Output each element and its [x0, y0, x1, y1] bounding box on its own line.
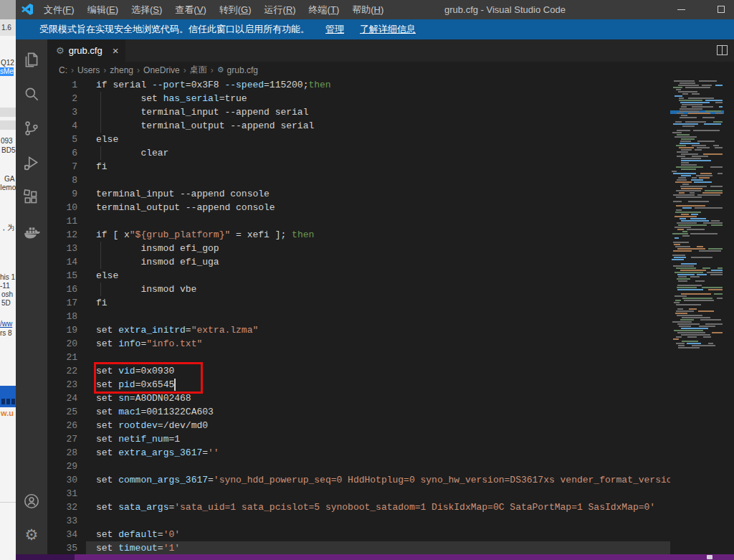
- minimap-code-bar: [676, 190, 701, 191]
- breadcrumb-item[interactable]: zheng: [110, 65, 133, 75]
- code-line[interactable]: 8: [47, 174, 670, 187]
- accounts-icon[interactable]: [16, 485, 47, 517]
- code-line[interactable]: 28set extra_args_3617='': [47, 446, 670, 460]
- menu-item[interactable]: 文件(F): [37, 0, 81, 19]
- code-line[interactable]: 5else: [47, 133, 670, 146]
- code-line[interactable]: 34set default='0': [47, 528, 670, 541]
- learn-more-link[interactable]: 了解详细信息: [360, 23, 416, 36]
- menu-item[interactable]: 终端(T): [302, 0, 346, 19]
- notifications-bell-icon[interactable]: [707, 555, 712, 559]
- minimap-code-bar: [682, 317, 710, 318]
- breadcrumb-item[interactable]: Users: [77, 65, 100, 75]
- minimap-code-bar: [677, 222, 697, 224]
- settings-gear-icon[interactable]: ⚙: [16, 518, 47, 550]
- code-editor[interactable]: 1if serial --port=0x3F8 --speed=115200;t…: [47, 78, 734, 554]
- line-number: 1: [47, 78, 77, 92]
- breadcrumb-item[interactable]: OneDrive: [143, 65, 180, 75]
- menu-item[interactable]: 编辑(E): [81, 0, 125, 19]
- code-line[interactable]: 26set rootdev=/dev/md0: [47, 419, 670, 432]
- code-line[interactable]: 12if [ x"${grub_platform}" = xefi ]; the…: [47, 228, 670, 242]
- code-line[interactable]: 16 insmod vbe: [47, 283, 670, 296]
- explorer-icon[interactable]: [16, 44, 47, 75]
- desktop-text-fragment: osh: [1, 290, 13, 299]
- search-icon[interactable]: [16, 78, 47, 110]
- minimap-code-bar: [690, 276, 700, 277]
- docker-icon[interactable]: [16, 217, 47, 249]
- run-and-debug-icon[interactable]: [16, 147, 47, 179]
- code-line[interactable]: 14 insmod efi_uga: [47, 255, 670, 269]
- minimap[interactable]: [670, 78, 724, 554]
- minimap-code-bar: [692, 106, 713, 108]
- tab-grub-cfg[interactable]: ⚙ grub.cfg ×: [47, 39, 125, 62]
- source-control-icon[interactable]: [16, 113, 47, 144]
- code-line[interactable]: 20set info="info.txt": [47, 337, 670, 351]
- breadcrumb-item[interactable]: grub.cfg: [227, 65, 258, 75]
- line-number: 24: [47, 391, 77, 405]
- minimap-code-bar: [675, 295, 686, 297]
- code-line[interactable]: 30set common_args_3617='syno_hdd_powerup…: [47, 473, 670, 487]
- code-line[interactable]: 25set mac1=0011322CA603: [47, 405, 670, 419]
- desktop-block: [0, 108, 16, 117]
- code-line[interactable]: 7fi: [47, 160, 670, 174]
- maximize-button[interactable]: [705, 0, 734, 19]
- minimap-code-bar: [672, 132, 682, 133]
- desktop-block: [0, 120, 16, 130]
- minimap-code-bar: [678, 347, 700, 348]
- minimap-code-bar: [675, 246, 691, 247]
- code-line[interactable]: 13 insmod efi_gop: [47, 242, 670, 255]
- code-line[interactable]: 11: [47, 214, 670, 228]
- code-text: terminal_input --append serial: [96, 105, 308, 119]
- extensions-icon[interactable]: [16, 181, 47, 213]
- minimap-code-bar: [677, 130, 690, 131]
- menu-item[interactable]: 查看(V): [168, 0, 212, 19]
- code-line[interactable]: 2 set has_serial=true: [47, 92, 670, 105]
- minimap-code-bar: [675, 95, 683, 97]
- tab-close-icon[interactable]: ×: [113, 44, 119, 57]
- desktop-text-fragment: his 1: [0, 273, 15, 282]
- code-line[interactable]: 4 terminal_output --append serial: [47, 119, 670, 133]
- split-editor-icon[interactable]: [717, 45, 728, 55]
- code-line[interactable]: 15else: [47, 269, 670, 283]
- minimap-code-bar: [691, 257, 712, 258]
- menu-item[interactable]: 转到(G): [213, 0, 258, 19]
- minimap-code-bar: [676, 209, 682, 211]
- minimap-code-bar: [692, 345, 716, 346]
- code-line[interactable]: 18: [47, 310, 670, 323]
- breadcrumb-separator: ›: [71, 65, 74, 75]
- code-line[interactable]: 27set netif_num=1: [47, 432, 670, 446]
- breadcrumb-item[interactable]: 桌面: [190, 64, 207, 76]
- menu-item[interactable]: 帮助(H): [345, 0, 390, 19]
- code-line[interactable]: 1if serial --port=0x3F8 --speed=115200;t…: [47, 78, 670, 92]
- code-line[interactable]: 35set timeout='1': [47, 541, 670, 554]
- code-line[interactable]: 32set sata_args='sata_uid=1 sata_pcislot…: [47, 500, 670, 514]
- line-number: 30: [47, 473, 77, 487]
- breadcrumb-item[interactable]: C:: [59, 65, 67, 75]
- code-line[interactable]: 6 clear: [47, 146, 670, 160]
- minimap-code-bar: [676, 336, 681, 338]
- desktop-text-fragment: w.u: [1, 409, 14, 417]
- minimize-button[interactable]: [665, 0, 698, 19]
- code-line[interactable]: 17fi: [47, 296, 670, 310]
- code-line[interactable]: 9terminal_input --append console: [47, 187, 670, 201]
- minimap-code-bar: [715, 147, 723, 148]
- desktop-block: [0, 0, 16, 19]
- code-line[interactable]: 10terminal_output --append console: [47, 201, 670, 214]
- code-line[interactable]: 19set extra_initrd="extra.lzma": [47, 323, 670, 337]
- minimap-code-bar: [673, 123, 698, 125]
- code-line[interactable]: 31: [47, 487, 670, 500]
- minimap-code-bar: [705, 110, 722, 112]
- code-text: terminal_output --append serial: [96, 119, 314, 133]
- code-text: set default='0': [96, 528, 180, 541]
- menu-item[interactable]: 选择(S): [125, 0, 168, 19]
- manage-link[interactable]: 管理: [325, 23, 344, 36]
- code-line[interactable]: 29: [47, 460, 670, 473]
- code-line[interactable]: 33: [47, 514, 670, 528]
- code-line[interactable]: 3 terminal_input --append serial: [47, 105, 670, 119]
- menu-item[interactable]: 运行(R): [258, 0, 302, 19]
- minimap-code-bar: [678, 276, 687, 277]
- minimap-code-bar: [691, 214, 698, 215]
- code-text: set timeout='1': [96, 541, 180, 554]
- minimap-code-bar: [680, 218, 686, 219]
- minimap-code-bar: [715, 102, 723, 103]
- minimap-code-bar: [681, 164, 697, 166]
